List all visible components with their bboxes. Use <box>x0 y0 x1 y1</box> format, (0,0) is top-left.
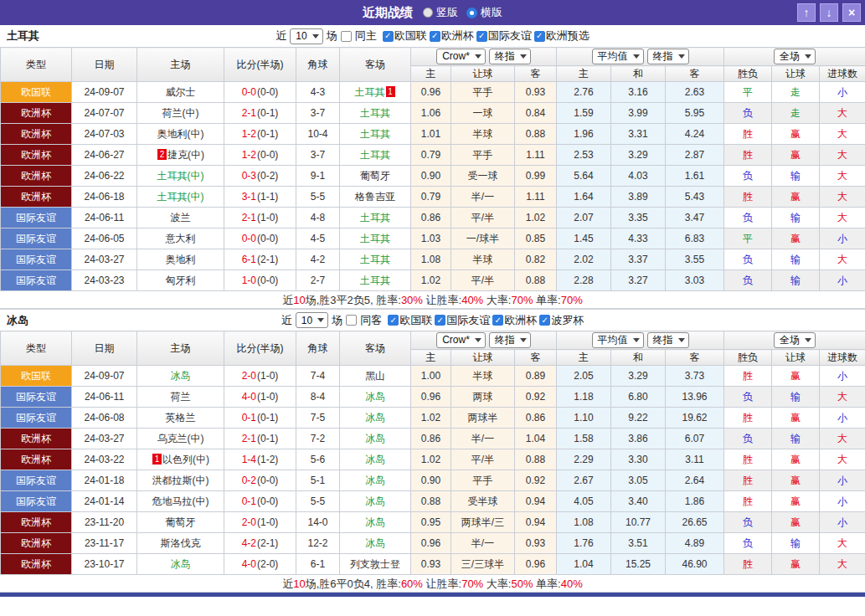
away-team: 格鲁吉亚 <box>340 187 411 208</box>
odds-away: 0.96 <box>515 554 557 575</box>
odds-away: 0.85 <box>515 228 557 249</box>
col-odds-handicap: 让球 <box>451 350 515 366</box>
odds-away: 0.94 <box>515 512 557 533</box>
summary-segment: 40% <box>461 294 483 306</box>
home-team: 荷兰 <box>137 387 224 408</box>
col-score: 比分(半场) <box>224 48 296 82</box>
close-button[interactable]: × <box>842 3 861 22</box>
avg-select[interactable]: 平均值 <box>592 49 644 64</box>
odds-away: 0.99 <box>515 166 557 187</box>
home-team: 洪都拉斯(中) <box>137 470 224 491</box>
avg-away: 3.47 <box>666 208 724 228</box>
fulltime-score: 0-0 <box>242 86 256 98</box>
europe-odds-group: 平均值终指 <box>557 48 724 66</box>
recent-count-select[interactable]: 10 <box>290 28 322 44</box>
home-team-name: 匈牙利 <box>166 275 196 286</box>
layout-horizontal-radio[interactable]: 横版 <box>466 5 502 20</box>
avg-home: 2.76 <box>557 82 611 103</box>
league-checkbox[interactable]: ✓ <box>492 315 503 326</box>
match-row: 国际友谊 24-03-27 奥地利 6-1(2-1) 4-2 土耳其 1.08 … <box>1 249 865 270</box>
col-avg-away: 客 <box>666 66 724 82</box>
league-badge: 欧国联 <box>1 82 72 103</box>
result-winlose: 胜 <box>724 145 772 166</box>
match-date: 24-06-27 <box>72 145 137 166</box>
avg-home: 2.53 <box>557 145 611 166</box>
league-filter[interactable]: ✓欧国联 <box>383 28 427 44</box>
avg-select[interactable]: 平均值 <box>592 332 644 348</box>
home-team-name: 土耳其(中) <box>157 170 204 182</box>
avg-home: 1.58 <box>557 429 611 449</box>
away-team: 土耳其1 <box>340 82 411 103</box>
odds-time-select[interactable]: 终指 <box>489 332 531 348</box>
recent-count-select[interactable]: 10 <box>296 312 328 328</box>
league-filter[interactable]: ✓波罗杯 <box>539 313 584 328</box>
scope-select[interactable]: 全场 <box>774 49 816 64</box>
fulltime-score: 4-0 <box>242 558 256 570</box>
league-badge: 国际友谊 <box>1 470 72 491</box>
away-team: 冰岛 <box>340 429 411 449</box>
odds-time-select[interactable]: 终指 <box>489 49 531 64</box>
bookmaker-select[interactable]: Crow* <box>436 332 486 348</box>
league-filter[interactable]: ✓国际友谊 <box>435 313 490 328</box>
bookmaker-select[interactable]: Crow* <box>436 49 486 64</box>
handicap-odds-group: Crow*终指 <box>411 48 557 66</box>
fulltime-score: 1-2 <box>242 149 256 161</box>
scope-select[interactable]: 全场 <box>774 332 816 348</box>
result-winlose: 负 <box>724 249 772 270</box>
layout-vertical-radio[interactable]: 竖版 <box>423 5 458 20</box>
league-checkbox[interactable]: ✓ <box>534 31 545 42</box>
fulltime-score: 0-0 <box>242 233 256 244</box>
result-goals: 大 <box>820 103 865 124</box>
match-score: 4-0(2-0) <box>224 554 296 575</box>
league-badge: 欧洲杯 <box>1 512 72 533</box>
home-team-name: 冰岛 <box>171 558 191 570</box>
league-filter[interactable]: ✓欧洲杯 <box>492 313 537 328</box>
avg-time-select[interactable]: 终指 <box>647 332 689 348</box>
summary-segment: 10 <box>293 294 305 306</box>
radio-unselected-icon <box>423 8 433 18</box>
move-up-button[interactable]: ↑ <box>797 3 816 22</box>
same-venue-checkbox[interactable] <box>346 315 357 326</box>
result-handicap: 赢 <box>772 124 820 145</box>
fulltime-score: 0-1 <box>242 495 256 507</box>
league-checkbox[interactable]: ✓ <box>435 315 445 326</box>
league-filter[interactable]: ✓欧国联 <box>388 313 432 328</box>
fulltime-score: 6-1 <box>242 254 256 265</box>
col-away: 客场 <box>340 48 411 82</box>
league-checkbox[interactable]: ✓ <box>430 31 440 42</box>
avg-home: 1.04 <box>557 554 611 575</box>
avg-draw: 3.27 <box>611 270 666 291</box>
move-down-button[interactable]: ↓ <box>820 3 838 22</box>
halftime-score: (1-0) <box>257 212 278 223</box>
odds-handicap: 两球 <box>451 387 515 408</box>
odds-away: 0.88 <box>515 124 557 145</box>
match-score: 0-0(0-0) <box>224 82 296 103</box>
home-team: 冰岛 <box>137 366 224 387</box>
league-filter[interactable]: ✓国际友谊 <box>476 28 532 44</box>
league-checkbox[interactable]: ✓ <box>539 315 550 326</box>
col-avg-draw: 和 <box>611 350 666 366</box>
league-filter[interactable]: ✓欧洲杯 <box>430 28 474 44</box>
result-winlose: 胜 <box>724 491 772 512</box>
match-date: 24-07-07 <box>72 103 137 124</box>
league-filter[interactable]: ✓欧洲预选 <box>534 28 590 44</box>
result-winlose: 负 <box>724 512 772 533</box>
league-checkbox[interactable]: ✓ <box>476 31 487 42</box>
summary-segment: 单率: <box>533 294 560 306</box>
corner-score: 5-6 <box>296 449 340 470</box>
same-venue-checkbox[interactable] <box>341 31 352 42</box>
col-home: 主场 <box>137 48 224 82</box>
league-filters: ✓欧国联✓国际友谊✓欧洲杯✓波罗杯 <box>385 313 584 328</box>
red-card-badge: 1 <box>152 454 162 465</box>
league-badge: 欧洲杯 <box>1 429 72 449</box>
away-team: 冰岛 <box>340 512 411 533</box>
home-team-name: 葡萄牙 <box>166 516 196 528</box>
result-winlose: 胜 <box>724 408 772 429</box>
league-badge: 国际友谊 <box>1 249 72 270</box>
league-checkbox[interactable]: ✓ <box>388 315 399 326</box>
avg-time-select[interactable]: 终指 <box>647 49 689 64</box>
avg-away: 4.24 <box>666 124 724 145</box>
league-checkbox[interactable]: ✓ <box>383 31 394 42</box>
corner-score: 4-2 <box>296 249 340 270</box>
fulltime-score: 1-0 <box>242 275 256 286</box>
